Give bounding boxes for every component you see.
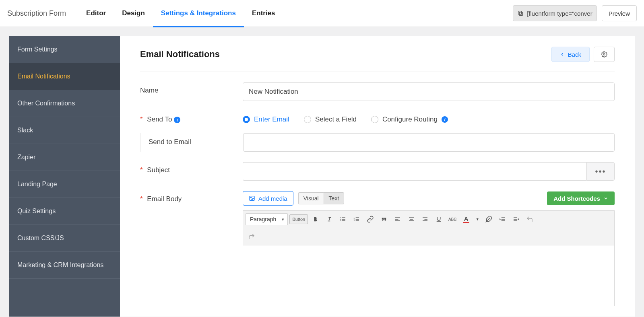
field-emailbody: Add media Visual Text Add Shortcodes <box>243 191 615 306</box>
required-mark: * <box>140 115 143 123</box>
field-subject: ••• <box>243 162 615 181</box>
editor-textarea[interactable] <box>243 245 614 306</box>
field-name <box>243 82 615 101</box>
sidebar-item-form-settings[interactable]: Form Settings <box>9 36 120 63</box>
page-title: Email Notifications <box>140 49 220 60</box>
subject-wrap: ••• <box>243 162 615 181</box>
label-subject-text: Subject <box>147 166 170 174</box>
field-send-to-email <box>243 133 615 152</box>
row-send-to-email: Send to Email <box>140 133 615 152</box>
subject-input[interactable] <box>243 162 586 181</box>
content-area: Email Notifications Back Name * Se <box>120 36 635 317</box>
sidebar-item-email-notifications[interactable]: Email Notifications <box>9 63 120 90</box>
tab-settings-integrations[interactable]: Settings & Integrations <box>153 0 244 27</box>
editor-toolbar-2 <box>243 228 614 245</box>
svg-rect-19 <box>395 220 400 221</box>
svg-rect-17 <box>395 218 400 218</box>
sidebar-item-slack[interactable]: Slack <box>9 117 120 144</box>
button-pill[interactable]: Button <box>289 214 308 224</box>
radio-label-enter-email: Enter Email <box>254 115 289 124</box>
tab-editor[interactable]: Editor <box>78 0 114 27</box>
svg-rect-20 <box>409 218 414 218</box>
editor-topbar: Add media Visual Text Add Shortcodes <box>243 191 615 206</box>
title-actions: Back <box>551 47 615 62</box>
clear-formatting-button[interactable] <box>483 213 495 225</box>
row-subject: * Subject ••• <box>140 162 615 181</box>
tab-visual[interactable]: Visual <box>298 192 324 204</box>
tab-entries[interactable]: Entries <box>244 0 283 27</box>
bold-button[interactable] <box>310 213 322 225</box>
outdent-button[interactable] <box>496 213 508 225</box>
sidebar-item-quiz-settings[interactable]: Quiz Settings <box>9 198 120 225</box>
underline-button[interactable] <box>433 213 445 225</box>
label-send-to-email: Send to Email <box>140 133 243 152</box>
svg-rect-10 <box>342 220 345 221</box>
svg-rect-8 <box>342 218 345 218</box>
sidebar-item-landing-page[interactable]: Landing Page <box>9 171 120 198</box>
add-shortcodes-button[interactable]: Add Shortcodes <box>547 191 615 205</box>
svg-rect-22 <box>409 220 414 221</box>
subject-shortcode-button[interactable]: ••• <box>586 162 615 181</box>
text-color-dropdown[interactable]: ▼ <box>474 213 481 225</box>
indent-button[interactable] <box>510 213 522 225</box>
settings-sidebar: Form Settings Email Notifications Other … <box>9 36 120 317</box>
radio-label-configure-routing: Configure Routing <box>382 115 438 124</box>
row-emailbody: * Email Body Add media Visual Text <box>140 191 615 306</box>
sidebar-item-zapier[interactable]: Zapier <box>9 144 120 171</box>
topbar: Subscription Form Editor Design Settings… <box>0 0 644 27</box>
blockquote-button[interactable] <box>378 213 390 225</box>
label-sendto-text: Send To <box>147 115 172 123</box>
radio-label-select-field: Select a Field <box>315 115 357 124</box>
format-select[interactable]: Paragraph <box>246 213 288 225</box>
text-color-button[interactable]: A <box>460 213 472 225</box>
chevron-down-icon <box>603 196 608 201</box>
svg-rect-33 <box>514 219 517 220</box>
required-mark: * <box>140 166 143 174</box>
svg-rect-25 <box>423 220 427 221</box>
media-icon <box>249 195 255 202</box>
strikethrough-button[interactable]: ABC <box>446 213 458 225</box>
preview-button[interactable]: Preview <box>602 5 637 21</box>
tab-text[interactable]: Text <box>324 192 345 204</box>
radio-circle-icon <box>304 116 311 123</box>
redo-button[interactable] <box>246 231 258 243</box>
send-to-email-input[interactable] <box>243 133 615 152</box>
field-sendto: Enter Email Select a Field Configure Rou… <box>243 111 615 124</box>
row-sendto: * Send To i Enter Email Select a Field <box>140 111 615 124</box>
tab-design[interactable]: Design <box>114 0 153 27</box>
editor-tabs: Visual Text <box>298 192 345 204</box>
info-icon[interactable]: i <box>174 117 180 123</box>
link-button[interactable] <box>364 213 376 225</box>
label-emailbody-text: Email Body <box>147 195 182 203</box>
bullet-list-button[interactable] <box>337 213 349 225</box>
svg-rect-29 <box>502 219 505 220</box>
align-left-button[interactable] <box>392 213 404 225</box>
label-sendto: * Send To i <box>140 111 243 124</box>
back-label: Back <box>568 51 581 58</box>
add-shortcodes-label: Add Shortcodes <box>553 195 600 202</box>
required-mark: * <box>140 195 143 203</box>
settings-gear-button[interactable] <box>594 47 615 62</box>
svg-point-5 <box>341 217 341 218</box>
italic-button[interactable] <box>323 213 335 225</box>
sidebar-item-marketing-crm[interactable]: Marketing & CRM Integrations <box>9 252 120 279</box>
svg-rect-14 <box>356 218 359 218</box>
name-input[interactable] <box>243 82 615 101</box>
sidebar-item-custom-css-js[interactable]: Custom CSS/JS <box>9 225 120 252</box>
svg-rect-28 <box>502 218 505 218</box>
radio-enter-email[interactable]: Enter Email <box>243 115 289 124</box>
sidebar-item-other-confirmations[interactable]: Other Confirmations <box>9 90 120 117</box>
shortcode-text: [fluentform type="conver <box>527 10 592 17</box>
back-button[interactable]: Back <box>551 47 590 62</box>
info-icon[interactable]: i <box>442 116 448 123</box>
align-right-button[interactable] <box>419 213 431 225</box>
align-center-button[interactable] <box>405 213 417 225</box>
radio-configure-routing[interactable]: Configure Routing i <box>371 115 448 124</box>
shortcode-copy[interactable]: [fluentform type="conver <box>513 5 597 21</box>
numbered-list-button[interactable]: 123 <box>351 213 363 225</box>
undo-button[interactable] <box>524 213 536 225</box>
svg-rect-15 <box>356 219 359 220</box>
add-media-button[interactable]: Add media <box>243 191 293 206</box>
radio-select-field[interactable]: Select a Field <box>304 115 357 124</box>
sendto-options: Enter Email Select a Field Configure Rou… <box>243 111 615 124</box>
